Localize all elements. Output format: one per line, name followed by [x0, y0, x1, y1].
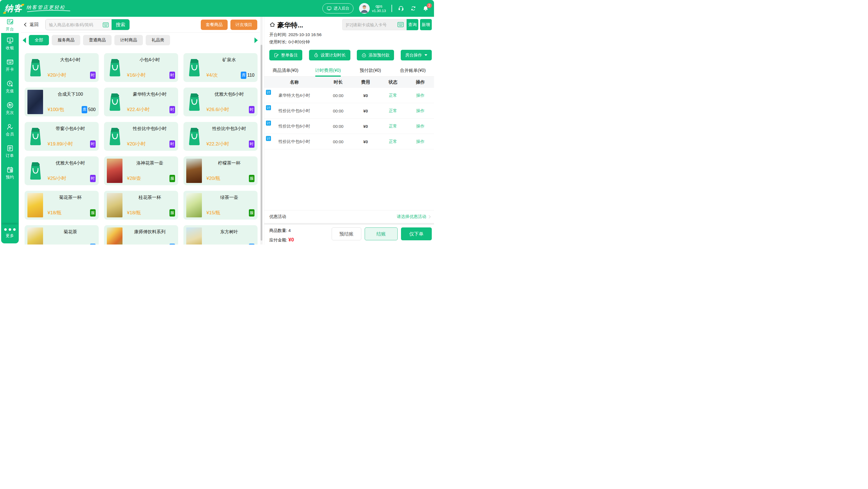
product-card[interactable]: 矿泉水 ¥4/次 库 110: [183, 53, 257, 82]
sidebar-item-more[interactable]: 更多: [1, 224, 19, 243]
badge-stock: 库: [249, 244, 254, 245]
product-card[interactable]: 优雅大包6小时 ¥26.6/小时 时: [183, 88, 257, 116]
badge-timed: 时: [169, 106, 175, 113]
product-card[interactable]: 菊花茶 库: [25, 225, 99, 245]
checkout-button[interactable]: 结账: [365, 227, 398, 240]
product-grid-scrollbar[interactable]: [260, 17, 262, 245]
product-card[interactable]: 性价比中包3小时 ¥22.2/小时 时: [183, 122, 257, 151]
badge-service: 服: [90, 209, 96, 216]
combo-products-button[interactable]: 套餐商品: [201, 20, 228, 30]
table-row: 计 性价比中包6小时 00:00 ¥0 正常 操作: [264, 103, 434, 119]
table-operations-button[interactable]: 房台操作: [401, 50, 432, 60]
enter-backend-button[interactable]: 进入后台: [322, 3, 353, 13]
product-card[interactable]: 洛神花茶一壶 ¥28/壶 服: [104, 156, 178, 185]
search-button[interactable]: 搜索: [112, 19, 129, 30]
sidebar-item-open-table[interactable]: 开台: [1, 17, 19, 33]
app: 纳客 纳客管店更轻松 进入后台: [0, 0, 434, 245]
row-action-link[interactable]: 操作: [407, 93, 434, 98]
keyboard-icon[interactable]: [397, 22, 404, 27]
category-tab-normal[interactable]: 普通商品: [83, 35, 112, 45]
product-card[interactable]: 桂花茶一杯 ¥18/瓶 服: [104, 191, 178, 220]
sidebar-item-reservation[interactable]: 预约: [1, 162, 19, 184]
top-header: 纳客 纳客管店更轻松 进入后台: [0, 0, 434, 17]
order-actions: 整单备注 设置计划时长 ¥ 添加预付款 房台操作: [264, 50, 434, 60]
vip-card-icon: VIP: [6, 58, 14, 66]
open-time: 开台时间: 2025-10-10 16:56: [269, 32, 432, 37]
product-card[interactable]: 性价比中包6小时 ¥20/小时 时: [104, 122, 178, 151]
select-promo-link[interactable]: 请选择优惠活动: [397, 214, 430, 219]
support-headset-icon[interactable]: [398, 5, 404, 12]
table-row: 计 性价比中包6小时 00:00 ¥0 正常 操作: [264, 134, 434, 149]
category-tab-service[interactable]: 服务商品: [52, 35, 80, 45]
sidebar-item-vip-card[interactable]: VIP 开卡: [1, 55, 19, 76]
product-card[interactable]: 东方树叶 库: [183, 225, 257, 245]
sidebar-item-orders[interactable]: 订单: [1, 141, 19, 162]
user-block[interactable]: qps v1.30.13: [359, 3, 386, 14]
tab-prepayments[interactable]: 预付款(¥0): [349, 65, 392, 77]
product-card[interactable]: 绿茶一壶 ¥15/瓶 服: [183, 191, 257, 220]
chevron-left-icon: [24, 23, 28, 27]
query-button[interactable]: 查询: [407, 19, 418, 30]
product-card[interactable]: 优雅大包4小时 ¥25/小时 时: [25, 156, 99, 185]
member-card-group: 查询 新增: [342, 19, 432, 30]
tab-merged-bills[interactable]: 合并账单(¥0): [392, 65, 434, 77]
product-card[interactable]: 大包4小时 ¥20/小时 时: [25, 53, 99, 82]
product-name: 性价比中包3小时: [203, 126, 255, 132]
notification-bell-icon[interactable]: 2: [422, 5, 429, 12]
product-search-group: 搜索: [45, 19, 130, 30]
row-action-link[interactable]: 操作: [407, 108, 434, 114]
row-duration: 00:00: [324, 139, 352, 144]
promo-label: 优惠活动: [269, 214, 286, 219]
sidebar-item-recharge-times[interactable]: 充次: [1, 98, 19, 119]
product-price: ¥100/包: [48, 106, 64, 113]
badge-timed: 时: [169, 141, 175, 148]
product-card[interactable]: 豪华特大包4小时 ¥22.4/小时 时: [104, 88, 178, 116]
order-note-button[interactable]: 整单备注: [269, 50, 302, 60]
tab-product-list[interactable]: 商品清单(¥0): [264, 65, 307, 77]
user-name: qps: [376, 4, 382, 9]
shopping-bag-icon: [188, 57, 201, 78]
badge-timed: 时: [90, 141, 96, 148]
product-card[interactable]: 康师傅饮料系列 库: [104, 225, 178, 245]
sync-icon[interactable]: [410, 5, 417, 12]
svg-text:VIP: VIP: [8, 61, 11, 64]
add-prepayment-button[interactable]: ¥ 添加预付款: [357, 50, 394, 60]
row-fee: ¥0: [352, 124, 379, 129]
product-card[interactable]: 小包4小时 ¥16/小时 时: [104, 53, 178, 82]
tab-timed-fees[interactable]: 计时费用(¥0): [307, 65, 349, 77]
category-scroll-right-icon[interactable]: [254, 37, 258, 43]
pre-checkout-button[interactable]: 预结账: [332, 227, 361, 240]
per-time-items-button[interactable]: 计次项目: [230, 20, 257, 30]
product-grid: 大包4小时 ¥20/小时 时 小包4小时 ¥16/小时 时: [25, 53, 260, 245]
category-tab-all[interactable]: 全部: [29, 35, 49, 45]
member-card-input[interactable]: [342, 19, 407, 30]
product-image: [186, 193, 202, 217]
row-status: 正常: [379, 124, 407, 129]
product-card[interactable]: 菊花茶一杯 ¥18/瓶 服: [25, 191, 99, 220]
product-card[interactable]: 合成天下100 ¥100/包 库 500: [25, 88, 99, 116]
product-name: 优雅大包6小时: [203, 91, 255, 97]
product-card[interactable]: 带窗小包4小时 ¥19.89/小时 时: [25, 122, 99, 151]
badge-stock: 库: [90, 244, 96, 245]
svg-text:¥: ¥: [9, 38, 11, 41]
brand: 纳客 纳客管店更轻松: [4, 3, 71, 14]
product-search-input[interactable]: [45, 19, 112, 30]
recharge-times-icon: [6, 101, 14, 109]
sidebar-item-cashier[interactable]: ¥ 收银: [1, 33, 19, 55]
product-price: ¥26.6/小时: [206, 106, 229, 113]
product-card[interactable]: 柠檬茶一杯 ¥20/瓶 服: [183, 156, 257, 185]
set-planned-duration-button[interactable]: 设置计划时长: [309, 50, 350, 60]
sidebar-item-members[interactable]: 会员: [1, 119, 19, 141]
scrollbar-thumb[interactable]: [260, 45, 262, 241]
row-fee: ¥0: [352, 139, 379, 144]
sidebar-item-recharge[interactable]: ¥ 充值: [1, 76, 19, 98]
category-tab-timed[interactable]: 计时商品: [114, 35, 143, 45]
row-action-link[interactable]: 操作: [407, 139, 434, 144]
row-action-link[interactable]: 操作: [407, 124, 434, 129]
category-tab-gift[interactable]: 礼品类: [146, 35, 170, 45]
category-scroll-left-icon[interactable]: [23, 37, 26, 43]
add-member-button[interactable]: 新增: [420, 19, 432, 30]
order-only-button[interactable]: 仅下单: [401, 227, 432, 240]
product-name: 豪华特大包4小时: [124, 91, 176, 97]
back-button[interactable]: 返回: [25, 22, 39, 28]
